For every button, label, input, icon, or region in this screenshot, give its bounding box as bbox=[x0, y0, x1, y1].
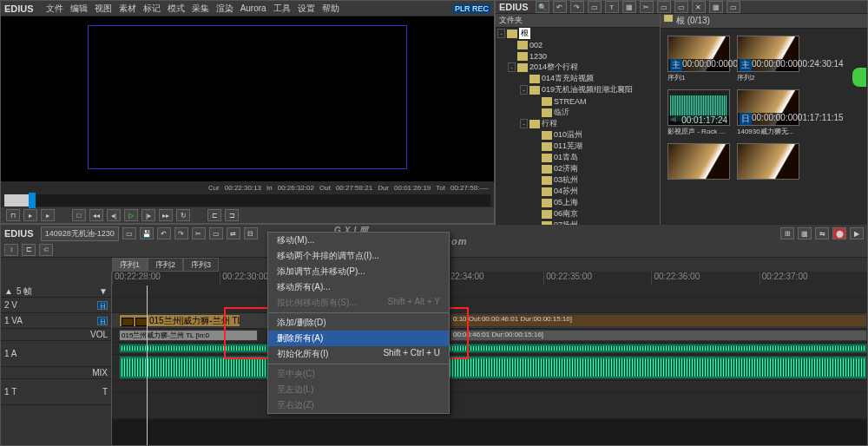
clip-wave2[interactable] bbox=[119, 356, 867, 379]
mode-magnet-icon[interactable]: ⊂ bbox=[39, 244, 53, 256]
tl-save-icon[interactable]: 💾 bbox=[140, 227, 154, 239]
tl-group-icon[interactable]: ▦ bbox=[798, 227, 812, 239]
tree-item[interactable]: 011芜湖 bbox=[496, 141, 660, 152]
set-in-button[interactable]: ⊓ bbox=[6, 209, 20, 221]
video-monitor[interactable] bbox=[1, 16, 494, 181]
zoom-head[interactable]: ▲5 帧▼ bbox=[1, 285, 111, 298]
tl-undo-icon[interactable]: ↶ bbox=[157, 227, 171, 239]
tree-item[interactable]: 05上海 bbox=[496, 197, 660, 208]
menu-settings[interactable]: 设置 bbox=[298, 3, 315, 15]
tc-in[interactable]: 00:26:32:02 bbox=[278, 184, 314, 192]
menu-file[interactable]: 文件 bbox=[46, 3, 63, 15]
scrub-bar[interactable] bbox=[4, 194, 490, 207]
tree-item[interactable]: 1230 bbox=[496, 50, 660, 62]
clip-va1-a[interactable]: 015兰州威力狮-兰州 TL [In:0 bbox=[119, 330, 258, 341]
ctx-item[interactable]: 移动所有(A)... bbox=[268, 279, 449, 295]
track-mix-head[interactable]: MIX bbox=[1, 367, 111, 379]
seq-tab-2[interactable]: 序列2 bbox=[148, 258, 183, 272]
clip-thumb[interactable] bbox=[667, 143, 730, 180]
paste-icon[interactable]: ▭ bbox=[674, 1, 688, 13]
copy-icon[interactable]: ▭ bbox=[657, 1, 671, 13]
track-body[interactable]: 015兰州|威力狮-兰州 TL 0:10 Out:00:00:46:01 Dur… bbox=[112, 285, 867, 445]
clip-wave1[interactable] bbox=[119, 344, 867, 353]
ctx-item[interactable]: 添加调节点并移动(P)... bbox=[268, 264, 449, 279]
play-button[interactable]: ▷ bbox=[124, 209, 138, 221]
step-back-button[interactable]: ◂| bbox=[107, 209, 121, 221]
cut-icon[interactable]: ✂ bbox=[640, 1, 654, 13]
track-vol[interactable] bbox=[112, 343, 867, 355]
tree-item[interactable]: -019无机油视频组湖北襄阳 bbox=[496, 84, 660, 95]
search-icon[interactable]: 🔍 bbox=[536, 1, 549, 13]
tree-item[interactable]: 03杭州 bbox=[496, 174, 660, 186]
tree-item[interactable]: 02济南 bbox=[496, 163, 660, 174]
clip-thumb[interactable]: 主00:00:00:0000:24:30:14序列2 bbox=[737, 36, 799, 82]
tree-item[interactable]: 06南京 bbox=[496, 208, 660, 220]
tree-item[interactable]: 01青岛 bbox=[496, 152, 660, 163]
menu-help[interactable]: 帮助 bbox=[322, 3, 339, 15]
tc-dur[interactable]: 00:01:26:19 bbox=[394, 184, 431, 192]
playhead[interactable] bbox=[147, 285, 148, 445]
redo-icon[interactable]: ↷ bbox=[570, 1, 584, 13]
menu-aurora[interactable]: Aurora bbox=[240, 3, 266, 13]
track-t1[interactable] bbox=[112, 393, 867, 419]
mode-normal-icon[interactable]: ↕ bbox=[4, 244, 18, 256]
tc-tot[interactable]: 00:27:58:---- bbox=[450, 184, 489, 192]
tl-new-icon[interactable]: ▭ bbox=[122, 227, 136, 239]
track-va1[interactable]: 015兰州|威力狮-兰州 TL 0:10 Out:00:00:46:01 Dur… bbox=[112, 313, 867, 329]
ctx-item[interactable]: 删除所有(A) bbox=[268, 331, 449, 346]
next-button[interactable]: ▸ bbox=[41, 209, 55, 221]
clip-va1-a-info[interactable]: 00:00:46:01 Dur:00:00:15:16] bbox=[450, 330, 867, 341]
undo-icon[interactable]: ↶ bbox=[553, 1, 567, 13]
mode-trim-icon[interactable]: ⊏ bbox=[22, 244, 36, 256]
context-menu[interactable]: 移动(M)...移动两个并排的调节点(I)...添加调节点并移动(P)...移动… bbox=[267, 232, 450, 414]
clip-thumb[interactable]: 日00:00:00:0001:17:11:15140930威力狮无... bbox=[737, 89, 799, 136]
tree-item[interactable]: STREAM bbox=[496, 95, 660, 107]
tl-render-icon[interactable]: ⬤ bbox=[832, 227, 846, 239]
prev-button[interactable]: ▸ bbox=[23, 209, 37, 221]
track-va1-head[interactable]: 1 VA日 bbox=[1, 313, 111, 329]
menu-capture[interactable]: 采集 bbox=[192, 3, 209, 15]
plugin-indicator[interactable] bbox=[852, 68, 866, 87]
menu-mode[interactable]: 模式 bbox=[168, 3, 185, 15]
scrub-playhead[interactable] bbox=[29, 193, 36, 208]
clip-va1-info[interactable]: 0:10 Out:00:00:46:01 Dur:00:00:15:16] bbox=[450, 314, 867, 327]
tree-item[interactable]: 014青充站视频 bbox=[496, 73, 660, 84]
seq-tab-3[interactable]: 序列3 bbox=[183, 258, 219, 272]
tree-item[interactable]: 04苏州 bbox=[496, 186, 660, 197]
ctx-item[interactable]: 移动两个并排的调节点(I)... bbox=[268, 248, 449, 264]
track-a1[interactable] bbox=[112, 355, 867, 381]
track-mix[interactable] bbox=[112, 381, 867, 393]
tl-copy-icon[interactable]: ▭ bbox=[209, 227, 223, 239]
clip-thumb[interactable]: ◀00:01:17:24影视原声 - Rock ... bbox=[667, 89, 730, 136]
tl-play-icon[interactable]: ▶ bbox=[850, 227, 864, 239]
track-va1-audio[interactable]: 015兰州威力狮-兰州 TL [In:0 00:00:46:01 Dur:00:… bbox=[112, 329, 867, 343]
menu-edit[interactable]: 编辑 bbox=[70, 3, 88, 15]
tree-item[interactable]: -行程 bbox=[496, 118, 660, 129]
tl-ripple-icon[interactable]: ⇄ bbox=[227, 227, 240, 239]
track-a1-head[interactable]: 1 A bbox=[1, 341, 111, 367]
track-v2[interactable] bbox=[112, 298, 867, 313]
ffwd-button[interactable]: ▸▸ bbox=[159, 209, 173, 221]
delete-icon[interactable]: ✕ bbox=[692, 1, 706, 13]
clip-thumb[interactable]: 主00:00:00:0000:46:12:18序列1 bbox=[667, 36, 730, 82]
ctx-item[interactable]: 添加/删除(D) bbox=[268, 315, 449, 331]
tc-out[interactable]: 00:27:58:21 bbox=[336, 184, 372, 192]
tl-redo-icon[interactable]: ↷ bbox=[174, 227, 188, 239]
view-icon[interactable]: ▦ bbox=[709, 1, 723, 13]
tree-item[interactable]: 临沂 bbox=[496, 107, 660, 118]
track-v2-head[interactable]: 2 V日 bbox=[1, 298, 111, 313]
tl-delete-icon[interactable]: ⊟ bbox=[244, 227, 258, 239]
clip-va1[interactable]: 015兰州|威力狮-兰州 TL bbox=[119, 314, 240, 327]
mark-out-button[interactable]: ⊐ bbox=[225, 209, 239, 221]
ctx-item[interactable]: 移动(M)... bbox=[268, 233, 449, 248]
seq-tab-1[interactable]: 序列1 bbox=[112, 258, 148, 272]
sequence-name[interactable]: 140928无机油-1230 bbox=[41, 226, 119, 241]
menu-render[interactable]: 渲染 bbox=[216, 3, 233, 15]
track-t1-head[interactable]: 1 TT bbox=[1, 379, 111, 405]
clip-thumb[interactable] bbox=[737, 143, 799, 180]
stop-button[interactable]: □ bbox=[72, 209, 86, 221]
tc-cur[interactable]: 00:22:30:13 bbox=[225, 184, 261, 192]
tl-cut-icon[interactable]: ✂ bbox=[192, 227, 206, 239]
ctx-item[interactable]: 初始化所有(I)Shift + Ctrl + U bbox=[268, 346, 449, 362]
track-vol-head[interactable]: VOL bbox=[1, 329, 111, 341]
